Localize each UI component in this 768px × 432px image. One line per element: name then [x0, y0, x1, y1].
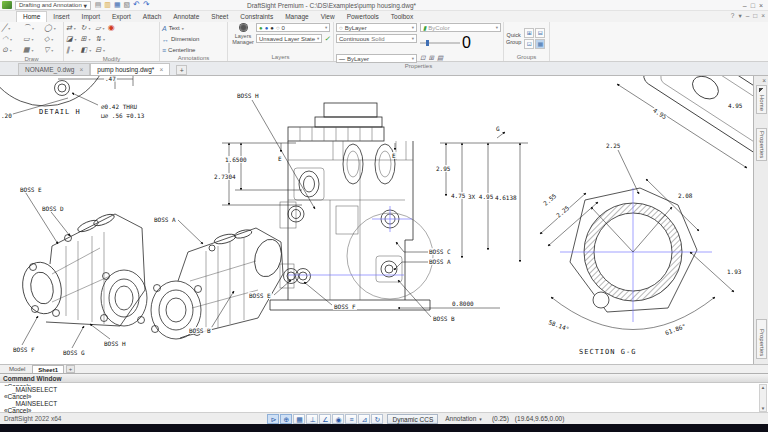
group-tool-icon[interactable]: ⊞	[524, 28, 534, 38]
sheet-tab-model[interactable]: Model	[4, 365, 30, 373]
close-icon[interactable]: ×	[159, 66, 163, 73]
dynamic-ccs-button[interactable]: Dynamic CCS	[387, 414, 438, 424]
line-weight-select[interactable]: — ByLayer ▾	[336, 54, 417, 63]
close-icon[interactable]: ×	[762, 77, 766, 84]
layers-manager-button[interactable]: Layers Manager	[230, 23, 256, 45]
coordinates-label: (19.64,9.65,0.00)	[515, 415, 565, 422]
dimension-button[interactable]: ↔ Dimension	[162, 34, 199, 44]
panel-tab-properties-top[interactable]: Properties	[756, 128, 767, 161]
line-style-select[interactable]: Continuous Solid ▾	[336, 34, 417, 43]
ungroup-tool-icon[interactable]: ⊟	[535, 28, 545, 38]
doc-close-button[interactable]: ×	[761, 12, 765, 20]
rotate-tool-icon[interactable]: ↻ ▾	[81, 23, 92, 34]
maximize-button[interactable]: □	[751, 2, 755, 9]
group-manager-tool-icon[interactable]: ▦	[535, 39, 545, 49]
tab-toolbox[interactable]: Toolbox	[385, 12, 419, 22]
minimize-button[interactable]: –	[743, 2, 747, 9]
doc-tab-noname[interactable]: NONAME_0.dwg ×	[18, 63, 90, 75]
workspace-selector[interactable]: Drafting and Annotation ▾	[15, 1, 91, 10]
doc-minimize-button[interactable]: –	[746, 12, 750, 20]
close-icon[interactable]: ×	[80, 66, 84, 73]
doc-restore-button[interactable]: □	[753, 12, 757, 20]
add-sheet-button[interactable]: +	[66, 365, 75, 373]
help-icon[interactable]: ?	[731, 12, 735, 20]
slider-thumb[interactable]	[426, 40, 429, 46]
tab-export[interactable]: Export	[106, 12, 137, 22]
stretch-tool-icon[interactable]: ◧ ▾	[81, 45, 92, 56]
draftsight-logo-icon	[2, 1, 12, 9]
offset-tool-icon[interactable]: ∥ ▾	[66, 45, 77, 56]
tab-sheet[interactable]: Sheet	[205, 12, 234, 22]
scroll-down-icon[interactable]: ▼	[761, 406, 765, 411]
ribbon-spacer	[550, 22, 768, 61]
line-color-select[interactable]: ○ ByLayer ▾	[336, 23, 417, 32]
tab-constraints[interactable]: Constraints	[234, 12, 279, 22]
copy-tool-icon[interactable]: ▱ ▾	[95, 23, 106, 34]
hatch-tool-icon[interactable]: ▦ ▾	[23, 45, 40, 56]
tab-annotate[interactable]: Annotate	[167, 12, 205, 22]
boss-label: BOSS C	[428, 248, 452, 255]
panel-tab-properties-bottom[interactable]: Properties	[756, 319, 767, 359]
snap-toggle[interactable]: ⊕	[280, 414, 292, 424]
tab-powertools[interactable]: Powertools	[341, 12, 385, 22]
sheet-tab-sheet1[interactable]: Sheet1	[32, 365, 64, 373]
command-scrollbar[interactable]: ▲ ▼	[759, 384, 767, 412]
quick-group-button[interactable]: Quick Group	[506, 32, 521, 45]
tab-manage[interactable]: Manage	[279, 12, 315, 22]
esnap-toggle[interactable]: ◉	[332, 414, 344, 424]
pattern-tool-icon[interactable]: ◉	[108, 23, 115, 33]
tab-view[interactable]: View	[315, 12, 341, 22]
match-properties-icon[interactable]: ⊡	[420, 54, 425, 62]
circle-tool-icon[interactable]: ◯ ▾	[44, 23, 61, 34]
grid-toggle[interactable]: ▦	[293, 414, 305, 424]
undo-icon[interactable]: ↶	[133, 1, 140, 9]
tab-insert[interactable]: Insert	[47, 12, 75, 22]
copy-properties-icon[interactable]: ▤	[437, 54, 443, 62]
layer-state-select[interactable]: Unsaved Layer State ▾	[256, 34, 322, 43]
mirror-tool-icon[interactable]: ⇅ ▾	[95, 34, 106, 45]
ellipse-tool-icon[interactable]: ◠ ▾	[2, 34, 19, 45]
trim-tool-icon[interactable]: ◪ ▾	[66, 34, 77, 45]
tab-home[interactable]: Home	[16, 11, 47, 22]
text-button[interactable]: A Text ▾	[162, 23, 184, 33]
new-doc-tab-button[interactable]: +	[176, 65, 187, 75]
spline-tool-icon[interactable]: ▽ ▾	[44, 45, 61, 56]
polar-toggle[interactable]: ∠	[319, 414, 331, 424]
annotation-scale-select[interactable]: Annotation ▾	[441, 414, 486, 424]
dynamic-input-toggle[interactable]: ↻	[371, 414, 383, 424]
tab-import[interactable]: Import	[76, 12, 106, 22]
arc-tool-icon[interactable]: ⌒ ▾	[23, 23, 40, 34]
properties-panel-icon[interactable]: ⊞	[428, 54, 433, 62]
lineweight-toggle[interactable]: ⊿	[358, 414, 370, 424]
command-window[interactable]: Command Window «Cancel» _MAINSELECT «Can…	[0, 373, 768, 412]
save-icon[interactable]: ▦	[114, 1, 121, 9]
doc-tab-pump-housing[interactable]: pump housing.dwg* ×	[90, 63, 170, 75]
centerline-button[interactable]: ≡ Centerline	[162, 45, 195, 55]
pump-housing-drawing	[0, 76, 768, 364]
tab-attach[interactable]: Attach	[137, 12, 167, 22]
transparency-slider[interactable]: 0	[420, 34, 501, 52]
panel-tab-home[interactable]: Home	[756, 85, 767, 114]
edit-group-tool-icon[interactable]: ⊡	[524, 39, 534, 49]
polygon-tool-icon[interactable]: ◇ ▾	[44, 34, 61, 45]
scale-tool-icon[interactable]: ⊞ ▾	[81, 34, 92, 45]
drawing-canvas[interactable]: .20 .47 DETAIL H ⌀0.42 THRU ⊔⌀ .56 ∓0.13…	[0, 76, 768, 364]
scroll-up-icon[interactable]: ▲	[761, 385, 765, 390]
explode-tool-icon[interactable]: ⊟ ▾	[95, 45, 106, 56]
command-window-title: Command Window	[0, 374, 768, 383]
point-tool-icon[interactable]: ⊙ ▾	[2, 45, 19, 56]
open-file-icon[interactable]: ▥	[104, 1, 111, 9]
hatch-color-select[interactable]: ▮ ByColor ▾	[420, 23, 501, 32]
chevron-down-icon[interactable]: ▾	[738, 12, 741, 20]
rectangle-tool-icon[interactable]: ▭ ▾	[23, 34, 40, 45]
close-button[interactable]: ×	[759, 2, 763, 9]
ortho-toggle[interactable]: ⊥	[306, 414, 318, 424]
print-icon[interactable]: ▧	[124, 1, 131, 9]
new-file-icon[interactable]: ▤	[95, 1, 102, 9]
layer-select[interactable]: ● ● ● ○ 0 ▾	[256, 23, 330, 32]
selection-filter-toggle[interactable]: ⊳	[267, 414, 279, 424]
line-tool-icon[interactable]: ╱ ▾	[2, 23, 19, 34]
move-tool-icon[interactable]: ⇄ ▾	[66, 23, 77, 34]
etrack-toggle[interactable]: ≡	[345, 414, 357, 424]
redo-icon[interactable]: ↷	[143, 1, 150, 9]
